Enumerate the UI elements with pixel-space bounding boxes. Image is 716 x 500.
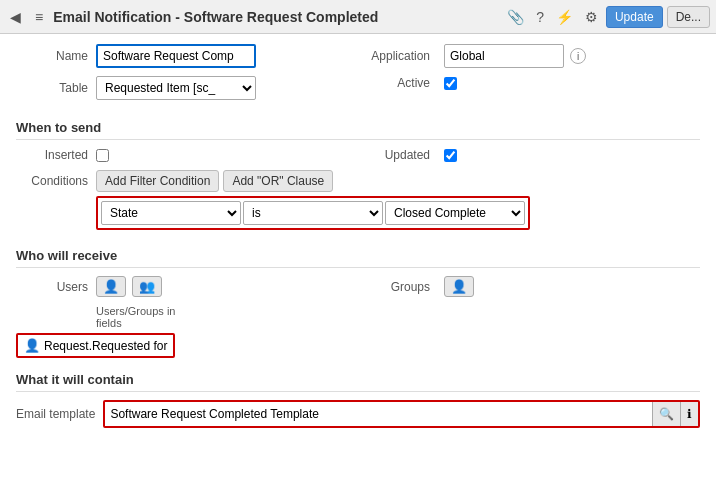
updated-checkbox[interactable] — [444, 149, 457, 162]
update-button[interactable]: Update — [606, 6, 663, 28]
name-col: Name — [16, 44, 358, 76]
requested-for-container: 👤 Request.Requested for — [16, 333, 700, 358]
application-input[interactable] — [444, 44, 564, 68]
table-col: Table Requested Item [sc_ — [16, 76, 358, 108]
email-template-row: Email template 🔍 ℹ — [16, 400, 700, 428]
updated-col: Updated — [358, 148, 700, 162]
what-contain-header: What it will contain — [16, 366, 700, 392]
state-select[interactable]: State — [101, 201, 241, 225]
user-person-icon-button[interactable]: 👤 — [96, 276, 126, 297]
value-select[interactable]: Closed Complete — [385, 201, 525, 225]
email-template-label: Email template — [16, 407, 103, 421]
main-content: Name Application i Table Requested Item … — [0, 34, 716, 500]
requested-for-field: 👤 Request.Requested for — [16, 333, 175, 358]
template-search-button[interactable]: 🔍 — [652, 402, 680, 426]
template-info-button[interactable]: ℹ — [680, 402, 698, 426]
groups-icon-button[interactable]: 👤 — [444, 276, 474, 297]
name-input[interactable] — [96, 44, 256, 68]
conditions-label: Conditions — [16, 170, 96, 188]
name-label: Name — [16, 49, 96, 63]
inserted-updated-row: Inserted Updated — [16, 148, 700, 170]
requested-for-icon: 👤 — [24, 338, 40, 353]
groups-label: Groups — [358, 280, 438, 294]
menu-button[interactable]: ≡ — [31, 7, 47, 27]
back-button[interactable]: ◀ — [6, 7, 25, 27]
table-active-row: Table Requested Item [sc_ Active — [16, 76, 700, 108]
user-group-icon-button[interactable]: 👥 — [132, 276, 162, 297]
name-app-row: Name Application i — [16, 44, 700, 76]
email-template-input[interactable] — [105, 402, 652, 426]
add-or-clause-button[interactable]: Add "OR" Clause — [223, 170, 333, 192]
conditions-area: Conditions Add Filter Condition Add "OR"… — [16, 170, 700, 236]
table-label: Table — [16, 81, 96, 95]
ug-fields-label: Users/Groups in fields — [96, 305, 700, 329]
add-filter-condition-button[interactable]: Add Filter Condition — [96, 170, 219, 192]
condition-row: State is Closed Complete — [96, 196, 530, 230]
application-info-icon[interactable]: i — [570, 48, 586, 64]
groups-col: Groups 👤 — [358, 276, 700, 297]
table-row: Table Requested Item [sc_ — [16, 76, 358, 100]
users-row: Users 👤 👥 — [16, 276, 358, 297]
header-right: 📎 ? ⚡ ⚙ Update De... — [503, 6, 710, 28]
email-template-field: 🔍 ℹ — [103, 400, 700, 428]
delete-button[interactable]: De... — [667, 6, 710, 28]
application-label: Application — [358, 49, 438, 63]
filter-buttons-row: Add Filter Condition Add "OR" Clause — [96, 170, 530, 192]
inserted-label: Inserted — [16, 148, 96, 162]
header-bar: ◀ ≡ Email Notification - Software Reques… — [0, 0, 716, 34]
inserted-checkbox[interactable] — [96, 149, 109, 162]
help-icon[interactable]: ? — [532, 7, 548, 27]
users-col: Users 👤 👥 — [16, 276, 358, 305]
pulse-icon[interactable]: ⚡ — [552, 7, 577, 27]
name-row: Name — [16, 44, 358, 68]
settings-icon[interactable]: ⚙ — [581, 7, 602, 27]
app-col: Application i — [358, 44, 700, 68]
users-label: Users — [16, 280, 96, 294]
updated-label: Updated — [358, 148, 438, 162]
who-receive-header: Who will receive — [16, 242, 700, 268]
operator-select[interactable]: is — [243, 201, 383, 225]
inserted-col: Inserted — [16, 148, 358, 170]
when-to-send-header: When to send — [16, 114, 700, 140]
header-left: ◀ ≡ Email Notification - Software Reques… — [6, 7, 503, 27]
active-col: Active — [358, 76, 700, 90]
active-checkbox[interactable] — [444, 77, 457, 90]
active-label: Active — [358, 76, 438, 90]
users-icons: 👤 👥 — [96, 276, 165, 297]
inserted-row: Inserted — [16, 148, 358, 162]
users-groups-row: Users 👤 👥 Groups 👤 — [16, 276, 700, 305]
conditions-buttons: Add Filter Condition Add "OR" Clause Sta… — [96, 170, 530, 236]
requested-for-label: Request.Requested for — [44, 339, 167, 353]
header-title: Email Notification - Software Request Co… — [53, 9, 378, 25]
table-select[interactable]: Requested Item [sc_ — [96, 76, 256, 100]
attachment-icon[interactable]: 📎 — [503, 7, 528, 27]
